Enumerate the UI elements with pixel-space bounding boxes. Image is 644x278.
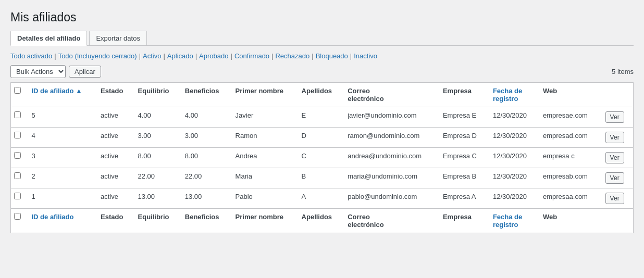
cell-fecha-0: 12/30/2020 bbox=[488, 107, 538, 128]
footer-col-beneficios: Beneficios bbox=[180, 209, 230, 233]
col-header-primer-nombre: Primer nombre bbox=[230, 83, 296, 107]
footer-col-primer-nombre: Primer nombre bbox=[230, 209, 296, 233]
table-header-row: ID de afiliado ▲ Estado Equilibrio Benef… bbox=[11, 83, 634, 107]
tab-exportar[interactable]: Exportar datos bbox=[89, 31, 147, 45]
cell-beneficios-0: 4.00 bbox=[180, 107, 230, 128]
cell-fecha-1: 12/30/2020 bbox=[488, 128, 538, 148]
footer-col-web: Web bbox=[538, 209, 600, 233]
table-row: 4 active 3.00 3.00 Ramon D ramon@undomin… bbox=[11, 128, 634, 148]
cell-fecha-2: 12/30/2020 bbox=[488, 148, 538, 168]
apply-button[interactable]: Aplicar bbox=[69, 66, 101, 78]
separator-6: | bbox=[312, 52, 313, 60]
row-checkbox-2[interactable] bbox=[14, 152, 21, 159]
cell-primer-nombre-4: Pablo bbox=[230, 188, 296, 209]
row-checkbox-col bbox=[11, 107, 27, 128]
cell-estado-1: active bbox=[95, 128, 133, 148]
page-wrapper: Mis afiliados Detalles del afiliado Expo… bbox=[0, 0, 644, 278]
affiliates-table: ID de afiliado ▲ Estado Equilibrio Benef… bbox=[10, 82, 634, 233]
row-checkbox-4[interactable] bbox=[14, 193, 21, 199]
separator-1: | bbox=[139, 52, 141, 60]
footer-col-equilibrio: Equilibrio bbox=[133, 209, 180, 233]
table-row: 3 active 8.00 8.00 Andrea C andrea@undom… bbox=[11, 148, 634, 168]
footer-col-id-link[interactable]: ID de afiliado bbox=[32, 213, 74, 221]
cell-fecha-4: 12/30/2020 bbox=[488, 188, 538, 209]
cell-id-4: 1 bbox=[27, 188, 96, 209]
table-row: 1 active 13.00 13.00 Pablo A pablo@undom… bbox=[11, 188, 634, 209]
cell-id-1: 4 bbox=[27, 128, 96, 148]
footer-select-all-checkbox[interactable] bbox=[14, 213, 21, 220]
select-all-checkbox[interactable] bbox=[14, 87, 21, 94]
cell-web-4: empresaa.com bbox=[538, 188, 600, 209]
separator-2: | bbox=[163, 52, 165, 60]
col-header-fecha: Fecha deregistro bbox=[488, 83, 538, 107]
filter-activo[interactable]: Activo bbox=[143, 52, 161, 60]
col-header-correo: Correoelectrónico bbox=[342, 83, 438, 107]
cell-web-3: empresab.com bbox=[538, 168, 600, 188]
cell-estado-3: active bbox=[95, 168, 133, 188]
cell-estado-0: active bbox=[95, 107, 133, 128]
row-checkbox-0[interactable] bbox=[14, 111, 21, 118]
footer-col-fecha: Fecha deregistro bbox=[488, 209, 538, 233]
filter-confirmado[interactable]: Confirmado bbox=[234, 52, 269, 60]
row-checkbox-3[interactable] bbox=[14, 172, 21, 179]
row-checkbox-1[interactable] bbox=[14, 132, 21, 138]
cell-id-0: 5 bbox=[27, 107, 96, 128]
filter-todo-incluyendo[interactable]: Todo (Incluyendo cerrado) bbox=[58, 52, 137, 60]
filter-inactivo[interactable]: Inactivo bbox=[354, 52, 377, 60]
separator-5: | bbox=[271, 52, 273, 60]
table-row: 5 active 4.00 4.00 Javier E javier@undom… bbox=[11, 107, 634, 128]
row-checkbox-col bbox=[11, 168, 27, 188]
cell-web-2: empresa c bbox=[538, 148, 600, 168]
col-header-equilibrio: Equilibrio bbox=[133, 83, 180, 107]
row-checkbox-col bbox=[11, 128, 27, 148]
row-checkbox-col bbox=[11, 148, 27, 168]
separator-4: | bbox=[231, 52, 232, 60]
cell-estado-2: active bbox=[95, 148, 133, 168]
view-button-4[interactable]: Ver bbox=[605, 193, 624, 204]
cell-action-0: Ver bbox=[600, 107, 634, 128]
cell-empresa-2: Empresa C bbox=[438, 148, 488, 168]
cell-correo-4: pablo@undominio.com bbox=[342, 188, 438, 209]
col-header-actions bbox=[600, 83, 634, 107]
cell-correo-0: javier@undominio.com bbox=[342, 107, 438, 128]
bulk-actions-select[interactable]: Bulk Actions bbox=[10, 65, 66, 78]
toolbar: Bulk Actions Aplicar 5 items bbox=[10, 65, 634, 78]
tabs-bar: Detalles del afiliado Exportar datos bbox=[10, 31, 634, 46]
view-button-2[interactable]: Ver bbox=[605, 152, 624, 163]
cell-primer-nombre-2: Andrea bbox=[230, 148, 296, 168]
cell-web-1: empresad.com bbox=[538, 128, 600, 148]
cell-apellidos-0: E bbox=[296, 107, 343, 128]
view-button-1[interactable]: Ver bbox=[605, 132, 624, 143]
toolbar-left: Bulk Actions Aplicar bbox=[10, 65, 101, 78]
cell-correo-3: maria@undominio.com bbox=[342, 168, 438, 188]
cell-equilibrio-2: 8.00 bbox=[133, 148, 180, 168]
filter-links: Todo activado | Todo (Incluyendo cerrado… bbox=[10, 52, 634, 60]
filter-todo-activado[interactable]: Todo activado bbox=[10, 52, 52, 60]
select-all-header bbox=[11, 83, 27, 107]
cell-empresa-1: Empresa D bbox=[438, 128, 488, 148]
cell-primer-nombre-3: Maria bbox=[230, 168, 296, 188]
filter-aplicado[interactable]: Aplicado bbox=[167, 52, 193, 60]
filter-bloqueado[interactable]: Bloqueado bbox=[316, 52, 348, 60]
view-button-0[interactable]: Ver bbox=[605, 111, 624, 123]
filter-rechazado[interactable]: Rechazado bbox=[275, 52, 309, 60]
cell-action-1: Ver bbox=[600, 128, 634, 148]
cell-empresa-0: Empresa E bbox=[438, 107, 488, 128]
cell-correo-2: andrea@undominio.com bbox=[342, 148, 438, 168]
tab-detalles[interactable]: Detalles del afiliado bbox=[10, 31, 87, 46]
cell-beneficios-3: 22.00 bbox=[180, 168, 230, 188]
cell-primer-nombre-1: Ramon bbox=[230, 128, 296, 148]
col-header-estado: Estado bbox=[95, 83, 133, 107]
cell-action-4: Ver bbox=[600, 188, 634, 209]
cell-apellidos-1: D bbox=[296, 128, 343, 148]
cell-beneficios-4: 13.00 bbox=[180, 188, 230, 209]
cell-beneficios-1: 3.00 bbox=[180, 128, 230, 148]
col-id-link[interactable]: ID de afiliado ▲ bbox=[32, 87, 82, 95]
col-header-apellidos: Apellidos bbox=[296, 83, 343, 107]
cell-id-3: 2 bbox=[27, 168, 96, 188]
filter-aprobado[interactable]: Aprobado bbox=[199, 52, 228, 60]
cell-equilibrio-0: 4.00 bbox=[133, 107, 180, 128]
separator-3: | bbox=[195, 52, 197, 60]
view-button-3[interactable]: Ver bbox=[605, 172, 624, 184]
cell-web-0: empresae.com bbox=[538, 107, 600, 128]
